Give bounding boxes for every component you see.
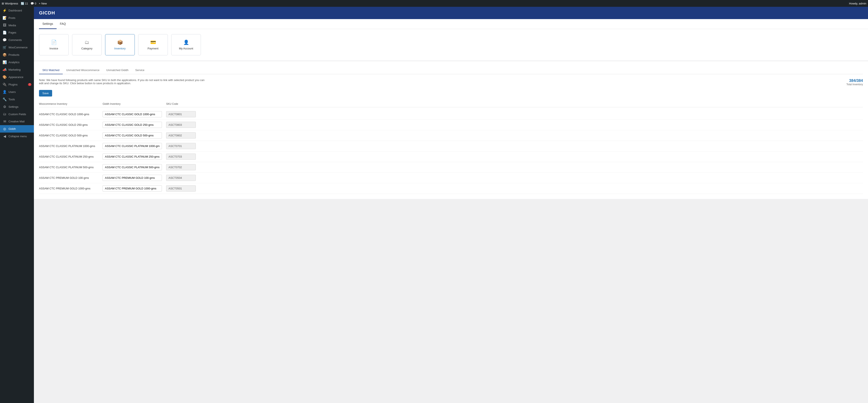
note-text: Note: We have found following products w… bbox=[39, 79, 209, 85]
my-account-label: My Account bbox=[179, 47, 193, 50]
card-grid: 📄 Invoice 🗂 Category 📦 Inventory 💳 Payme… bbox=[34, 29, 868, 60]
sku-input-5[interactable] bbox=[166, 164, 196, 170]
sub-tab-service[interactable]: Service bbox=[132, 66, 148, 74]
sub-tab-sku-matched[interactable]: SKU Matched bbox=[39, 66, 63, 74]
tab-faq[interactable]: FAQ bbox=[57, 19, 69, 29]
sidebar-item-giddh[interactable]: ◎ Giddh bbox=[0, 125, 34, 133]
sub-tab-bar: SKU Matched Unmatched Woocommerce Unmatc… bbox=[39, 66, 863, 74]
sidebar-label-collapse: Collapse menu bbox=[8, 135, 27, 138]
sidebar-label-custom-fields: Custom Fields bbox=[8, 113, 26, 116]
card-inventory[interactable]: 📦 Inventory bbox=[105, 34, 135, 55]
sku-input-6[interactable] bbox=[166, 175, 196, 181]
custom-fields-icon: 🗂 bbox=[3, 112, 7, 116]
sidebar-item-marketing[interactable]: 📣 Marketing bbox=[0, 66, 34, 74]
sidebar-label-comments: Comments bbox=[8, 38, 22, 41]
sidebar-item-tools[interactable]: 🔧 Tools bbox=[0, 96, 34, 103]
woo-name-2: ASSAM CTC CLASSIC GOLD 500-gms bbox=[39, 134, 98, 137]
sidebar-label-marketing: Marketing bbox=[8, 68, 21, 71]
giddh-input-5[interactable] bbox=[102, 164, 162, 170]
sub-tab-unmatched-giddh[interactable]: Unmatched Giddh bbox=[103, 66, 132, 74]
admin-bar-new[interactable]: + New bbox=[39, 2, 47, 5]
tab-settings[interactable]: Settings bbox=[39, 19, 57, 29]
inventory-rows: ASSAM CTC CLASSIC GOLD 1000-gms ASSAM CT… bbox=[39, 109, 863, 194]
sidebar-label-settings: Settings bbox=[8, 105, 19, 108]
new-label: New bbox=[41, 2, 47, 5]
sidebar-item-custom-fields[interactable]: 🗂 Custom Fields bbox=[0, 111, 34, 118]
table-row: ASSAM CTC PREMIUM GOLD 1000-gms bbox=[39, 183, 863, 194]
plugin-header: GICDH bbox=[34, 7, 868, 19]
collapse-icon: ◀ bbox=[3, 134, 7, 138]
admin-bar-updates[interactable]: 🔄 11 bbox=[21, 2, 28, 5]
pages-icon: 📄 bbox=[3, 31, 7, 35]
giddh-input-7[interactable] bbox=[102, 185, 162, 192]
sku-input-2[interactable] bbox=[166, 132, 196, 139]
sidebar-item-appearance[interactable]: 🎨 Appearance bbox=[0, 74, 34, 81]
sidebar-item-products[interactable]: 📦 Products bbox=[0, 51, 34, 59]
sidebar-item-creative-mail[interactable]: ✉ Creative Mail bbox=[0, 118, 34, 125]
sidebar-label-appearance: Appearance bbox=[8, 76, 23, 79]
sidebar-item-analytics[interactable]: 📊 Analytics bbox=[0, 59, 34, 66]
my-account-icon: 👤 bbox=[183, 40, 189, 45]
save-button[interactable]: Save bbox=[39, 90, 52, 96]
sidebar-item-settings[interactable]: ⚙ Settings bbox=[0, 103, 34, 111]
sidebar-label-posts: Posts bbox=[8, 16, 16, 20]
sidebar-item-pages[interactable]: 📄 Pages bbox=[0, 29, 34, 36]
header-sku: SKU Code bbox=[166, 103, 204, 106]
giddh-input-6[interactable] bbox=[102, 175, 162, 181]
admin-bar-howdy[interactable]: Howdy, admin bbox=[849, 2, 866, 5]
sidebar-label-pages: Pages bbox=[8, 31, 16, 34]
products-icon: 📦 bbox=[3, 53, 7, 57]
woo-name-0: ASSAM CTC CLASSIC GOLD 1000-gms bbox=[39, 113, 98, 116]
sidebar-item-dashboard[interactable]: ⚡ Dashboard bbox=[0, 7, 34, 14]
updates-icon: 🔄 bbox=[21, 2, 24, 5]
header-woocommerce: Woocommerce Inventory bbox=[39, 103, 98, 106]
admin-bar: ⊞ Wordpress 🔄 11 💬 0 + New Howdy, admin bbox=[0, 0, 868, 7]
header-giddh: Giddh Inventory bbox=[102, 103, 162, 106]
sku-input-4[interactable] bbox=[166, 153, 196, 160]
giddh-input-3[interactable] bbox=[102, 143, 162, 149]
inventory-count-label: Total Inventory bbox=[846, 83, 863, 86]
site-name: Wordpress bbox=[5, 2, 18, 5]
card-category[interactable]: 🗂 Category bbox=[72, 34, 102, 55]
comments-icon: 💬 bbox=[3, 38, 7, 42]
woo-name-6: ASSAM CTC PREMIUM GOLD 100-gms bbox=[39, 176, 98, 179]
card-my-account[interactable]: 👤 My Account bbox=[171, 34, 201, 55]
sidebar-item-users[interactable]: 👤 Users bbox=[0, 88, 34, 96]
sidebar-item-media[interactable]: 🖼 Media bbox=[0, 22, 34, 29]
sidebar-label-media: Media bbox=[8, 24, 16, 27]
plus-icon: + bbox=[39, 2, 40, 5]
sidebar-label-plugins: Plugins bbox=[8, 83, 18, 86]
sidebar-label-creative-mail: Creative Mail bbox=[8, 120, 25, 123]
sku-input-7[interactable] bbox=[166, 185, 196, 192]
creative-mail-icon: ✉ bbox=[3, 119, 7, 123]
giddh-input-0[interactable] bbox=[102, 111, 162, 117]
badge-plugins: 7 bbox=[28, 83, 31, 86]
sidebar-item-collapse[interactable]: ◀ Collapse menu bbox=[0, 133, 34, 140]
sku-input-1[interactable] bbox=[166, 122, 196, 128]
sidebar-item-posts[interactable]: 📝 Posts bbox=[0, 14, 34, 22]
table-row: ASSAM CTC CLASSIC GOLD 1000-gms bbox=[39, 109, 863, 120]
table-row: ASSAM CTC CLASSIC GOLD 500-gms bbox=[39, 130, 863, 141]
inventory-icon: 📦 bbox=[117, 40, 123, 45]
category-icon: 🗂 bbox=[85, 40, 89, 45]
sidebar-item-comments[interactable]: 💬 Comments bbox=[0, 36, 34, 44]
admin-bar-comments[interactable]: 💬 0 bbox=[31, 2, 36, 5]
card-invoice[interactable]: 📄 Invoice bbox=[39, 34, 69, 55]
appearance-icon: 🎨 bbox=[3, 75, 7, 79]
sku-input-3[interactable] bbox=[166, 143, 196, 149]
giddh-input-1[interactable] bbox=[102, 122, 162, 128]
sub-tab-unmatched-woo[interactable]: Unmatched Woocommerce bbox=[63, 66, 103, 74]
table-row: ASSAM CTC CLASSIC PLATINUM 500-gms bbox=[39, 162, 863, 173]
payment-icon: 💳 bbox=[150, 40, 156, 45]
table-row: ASSAM CTC CLASSIC PLATINUM 1000-gms bbox=[39, 141, 863, 151]
sidebar-item-woocommerce[interactable]: 🛒 WooCommerce bbox=[0, 44, 34, 51]
sku-input-0[interactable] bbox=[166, 111, 196, 117]
posts-icon: 📝 bbox=[3, 16, 7, 20]
giddh-icon: ◎ bbox=[3, 127, 7, 131]
admin-bar-site[interactable]: ⊞ Wordpress bbox=[2, 2, 18, 5]
giddh-input-4[interactable] bbox=[102, 153, 162, 160]
plugin-logo: GICDH bbox=[39, 10, 55, 16]
card-payment[interactable]: 💳 Payment bbox=[138, 34, 168, 55]
giddh-input-2[interactable] bbox=[102, 132, 162, 139]
sidebar-item-plugins[interactable]: 🔌 Plugins 7 bbox=[0, 81, 34, 88]
